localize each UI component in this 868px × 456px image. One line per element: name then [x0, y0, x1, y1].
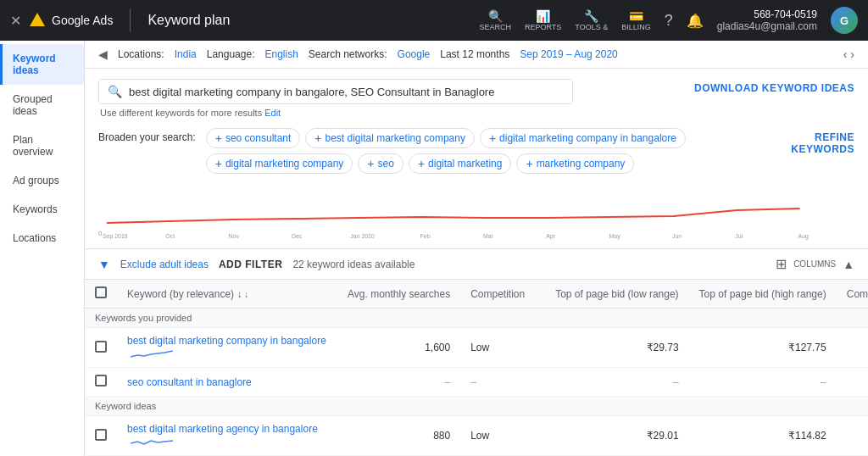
th-checkbox	[85, 280, 117, 309]
keyword-cell: best digital marketing agency in bangalo…	[117, 416, 337, 456]
section-title-provided: Keywords you provided	[85, 309, 868, 328]
chart-area: 0 Sep 2019 Oct Nov Dec Jan 2020 Feb Mar …	[85, 181, 868, 248]
download-keyword-ideas-button[interactable]: DOWNLOAD KEYWORD IDEAS	[694, 69, 868, 94]
competition-cell: –	[460, 368, 545, 397]
chevron-left-icon[interactable]: ‹	[843, 47, 848, 61]
row-checkbox[interactable]	[95, 429, 107, 441]
table-wrap: Keyword (by relevance) ↓ Avg. monthly se…	[85, 280, 868, 456]
columns-label: COLUMNS	[793, 259, 836, 269]
sidebar-item-grouped-ideas[interactable]: Grouped ideas	[0, 85, 84, 125]
svg-text:Jan 2020: Jan 2020	[350, 233, 375, 239]
keyword-link[interactable]: best digital marketing company in bangal…	[127, 335, 326, 347]
filter-bar: ▼ Exclude adult ideas ADD FILTER 22 keyw…	[85, 248, 868, 280]
th-competition: Competition	[460, 280, 545, 309]
networks-value[interactable]: Google	[398, 48, 431, 60]
keyword-hint: Use different keywords for more results …	[100, 108, 681, 118]
svg-text:Nov: Nov	[229, 233, 240, 239]
close-icon[interactable]: ✕	[10, 13, 21, 29]
svg-text:Apr: Apr	[546, 233, 555, 240]
topbar-right: 🔍 SEARCH 📊 REPORTS 🔧 TOOLS & 💳 BILLING ?…	[480, 7, 859, 34]
exclude-adult-ideas-link[interactable]: Exclude adult ideas	[120, 259, 209, 270]
svg-text:Jun: Jun	[672, 233, 682, 239]
content-area: ◀ Locations: India Language: English Sea…	[85, 41, 868, 456]
chip-digital-marketing-company[interactable]: + digital marketing company	[206, 153, 353, 174]
broaden-label: Broaden your search:	[98, 128, 196, 143]
topbar: ✕ Google Ads Keyword plan 🔍 SEARCH 📊 REP…	[0, 0, 868, 41]
collapse-icon[interactable]: ▲	[843, 258, 854, 271]
bid-low-cell: –	[545, 368, 688, 397]
bid-low-cell: ₹29.73	[545, 328, 688, 368]
keyword-link[interactable]: best digital marketing agency in bangalo…	[127, 423, 318, 435]
account-number: 568-704-0519	[717, 8, 817, 20]
search-input[interactable]	[129, 86, 536, 98]
period-value[interactable]: Sep 2019 – Aug 2020	[520, 48, 617, 60]
locations-value[interactable]: India	[175, 48, 197, 60]
chip-marketing-company[interactable]: + marketing company	[516, 153, 634, 174]
table-row: best digital marketing agency in bangalo…	[85, 416, 868, 456]
row-checkbox[interactable]	[95, 375, 107, 386]
sidebar-item-keyword-ideas[interactable]: Keyword ideas	[0, 44, 84, 85]
add-filter-button[interactable]: ADD FILTER	[219, 259, 282, 270]
indexed-cell: 20	[837, 416, 868, 456]
sidebar-item-locations[interactable]: Locations	[0, 224, 84, 253]
chip-digital-marketing-company-in-bangalore[interactable]: + digital marketing company in bangalore	[480, 128, 686, 148]
subnav-chevrons: ‹ ›	[843, 47, 854, 61]
help-icon[interactable]: ?	[665, 12, 673, 30]
sidebar-item-keywords[interactable]: Keywords	[0, 195, 84, 224]
sidebar: Keyword ideas Grouped ideas Plan overvie…	[0, 41, 85, 456]
sidebar-item-ad-groups[interactable]: Ad groups	[0, 166, 84, 195]
svg-text:Sep 2019: Sep 2019	[103, 233, 128, 240]
th-avg-searches: Avg. monthly searches	[337, 280, 460, 309]
row-checkbox[interactable]	[95, 341, 107, 353]
search-box[interactable]: 🔍	[98, 79, 573, 104]
notification-icon[interactable]: 🔔	[687, 13, 704, 29]
billing-icon[interactable]: 💳 BILLING	[621, 9, 651, 31]
columns-icon[interactable]: ⊞	[776, 256, 787, 272]
reports-icon[interactable]: 📊 REPORTS	[525, 9, 561, 31]
sidebar-item-plan-overview[interactable]: Plan overview	[0, 125, 84, 166]
subnav: ◀ Locations: India Language: English Sea…	[85, 41, 868, 69]
language-value[interactable]: English	[264, 48, 298, 60]
keyword-table: Keyword (by relevance) ↓ Avg. monthly se…	[85, 280, 868, 456]
svg-text:May: May	[609, 233, 621, 240]
tools-settings-icon[interactable]: 🔧 TOOLS &	[575, 9, 608, 31]
filter-icon: ▼	[98, 258, 110, 271]
broaden-text: Broaden your search:	[98, 131, 196, 143]
indexed-cell	[837, 368, 868, 397]
topbar-divider	[130, 8, 131, 32]
account-email: gladias4u@gmail.com	[717, 20, 817, 32]
select-all-checkbox[interactable]	[95, 286, 107, 298]
svg-text:Feb: Feb	[420, 233, 431, 239]
table-row: best digital marketing company in bangal…	[85, 328, 868, 368]
indexed-cell: 23	[837, 328, 868, 368]
language-label: Language:	[207, 48, 255, 60]
edit-link[interactable]: Edit	[264, 108, 281, 118]
google-ads-label: Google Ads	[52, 14, 113, 27]
search-row: 🔍 Use different keywords for more result…	[85, 69, 868, 121]
chip-seo[interactable]: + seo	[358, 153, 403, 174]
keyword-cell: seo consultant in banaglore	[117, 368, 337, 397]
chip-seo-consultant[interactable]: + seo consultant	[206, 128, 301, 148]
trend-chart: 0 Sep 2019 Oct Nov Dec Jan 2020 Feb Mar …	[98, 181, 854, 240]
networks-label: Search networks:	[309, 48, 387, 60]
svg-marker-0	[30, 13, 45, 26]
avg-searches-cell: 1,600	[337, 328, 460, 368]
bid-high-cell: ₹127.75	[689, 328, 837, 368]
svg-text:Aug: Aug	[798, 233, 809, 240]
subnav-back-arrow[interactable]: ◀	[98, 47, 108, 61]
svg-text:Oct: Oct	[165, 233, 175, 239]
chip-digital-marketing[interactable]: + digital marketing	[409, 153, 512, 174]
avatar[interactable]: G	[831, 7, 858, 34]
refine-keywords-button[interactable]: REFINEKEYWORDS	[787, 128, 854, 155]
keyword-link[interactable]: seo consultant in banaglore	[127, 376, 252, 388]
bid-low-cell: ₹29.01	[545, 416, 688, 456]
google-ads-logo: Google Ads	[28, 11, 113, 30]
topbar-account: 568-704-0519 gladias4u@gmail.com	[717, 8, 817, 32]
trend-sparkline	[131, 347, 173, 360]
competition-cell: Low	[460, 416, 545, 456]
chevron-right-icon[interactable]: ›	[850, 47, 854, 61]
th-keyword[interactable]: Keyword (by relevance) ↓	[117, 280, 337, 309]
search-icon[interactable]: 🔍 SEARCH	[480, 9, 512, 31]
chip-best-digital-marketing-company[interactable]: + best digital marketing company	[305, 128, 475, 148]
th-indexed: Competition (indexed value)	[837, 280, 868, 309]
